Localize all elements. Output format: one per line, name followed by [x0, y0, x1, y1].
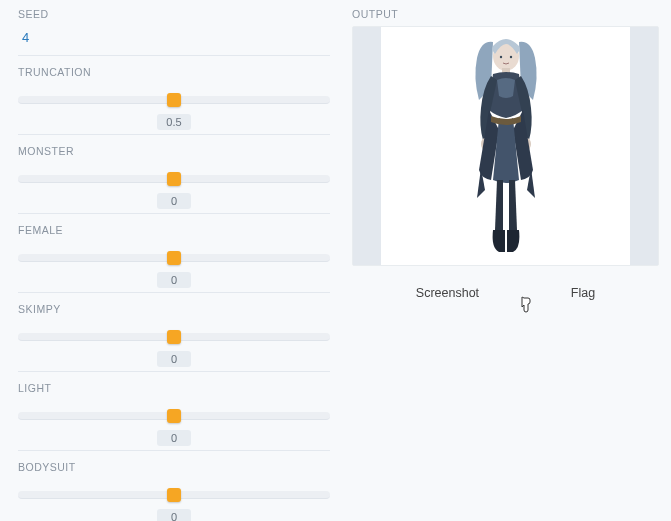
slider-track[interactable] — [18, 171, 330, 187]
seed-label: SEED — [18, 8, 330, 20]
slider-thumb[interactable] — [167, 251, 181, 265]
output-pad-right — [630, 27, 658, 265]
slider-label: FEMALE — [18, 224, 330, 236]
output-label: OUTPUT — [352, 8, 659, 20]
output-panel: OUTPUT — [344, 0, 671, 521]
slider-group: MONSTER0 — [18, 145, 330, 214]
slider-value: 0.5 — [157, 114, 191, 130]
slider-track[interactable] — [18, 487, 330, 503]
slider-track[interactable] — [18, 408, 330, 424]
slider-value: 0 — [157, 351, 191, 367]
slider-value: 0 — [157, 509, 191, 521]
controls-panel: SEED 4 TRUNCATION0.5MONSTER0FEMALE0SKIMP… — [0, 0, 344, 521]
slider-group: TRUNCATION0.5 — [18, 66, 330, 135]
svg-point-1 — [499, 56, 501, 58]
slider-track[interactable] — [18, 329, 330, 345]
slider-group: BODYSUIT0 — [18, 461, 330, 521]
slider-group: FEMALE0 — [18, 224, 330, 293]
slider-group: LIGHT0 — [18, 382, 330, 451]
slider-thumb[interactable] — [167, 172, 181, 186]
output-image-frame — [352, 26, 659, 266]
slider-label: TRUNCATION — [18, 66, 330, 78]
slider-thumb[interactable] — [167, 330, 181, 344]
slider-label: MONSTER — [18, 145, 330, 157]
slider-value: 0 — [157, 430, 191, 446]
slider-track[interactable] — [18, 92, 330, 108]
output-image — [381, 27, 630, 265]
slider-thumb[interactable] — [167, 409, 181, 423]
character-illustration — [441, 30, 571, 262]
flag-button[interactable]: Flag — [565, 282, 601, 304]
slider-value: 0 — [157, 193, 191, 209]
slider-label: BODYSUIT — [18, 461, 330, 473]
slider-label: LIGHT — [18, 382, 330, 394]
slider-thumb[interactable] — [167, 93, 181, 107]
svg-point-2 — [509, 56, 511, 58]
screenshot-button[interactable]: Screenshot — [410, 282, 485, 304]
slider-thumb[interactable] — [167, 488, 181, 502]
seed-input[interactable]: 4 — [18, 24, 330, 56]
slider-value: 0 — [157, 272, 191, 288]
slider-group: SKIMPY0 — [18, 303, 330, 372]
slider-track[interactable] — [18, 250, 330, 266]
slider-label: SKIMPY — [18, 303, 330, 315]
output-pad-left — [353, 27, 381, 265]
